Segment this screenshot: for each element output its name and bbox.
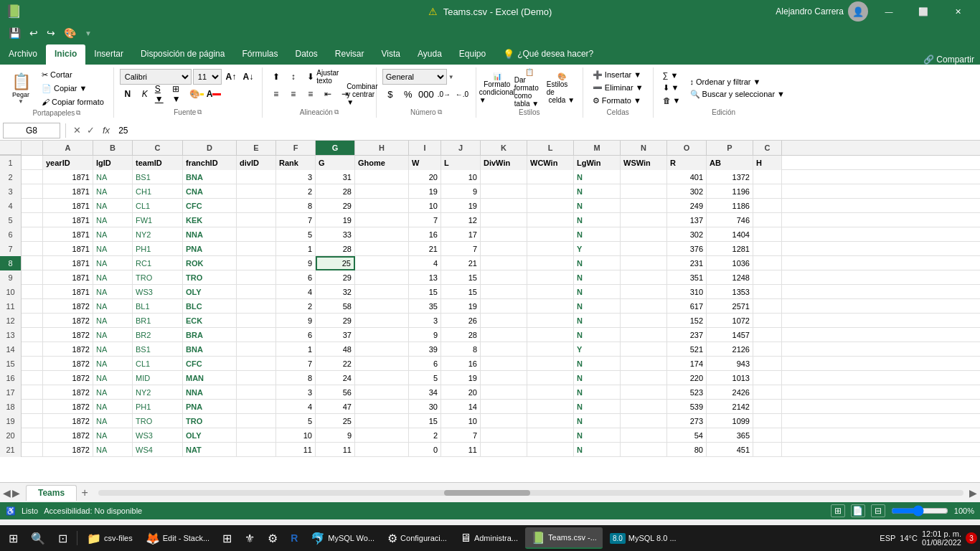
tab-inicio[interactable]: Inicio	[46, 44, 85, 65]
cell-6-col12[interactable]: N	[574, 227, 621, 242]
cell-20-col4[interactable]	[237, 428, 276, 443]
numero-expand[interactable]: ⧉	[438, 108, 442, 116]
cell-17-col10[interactable]	[481, 385, 527, 400]
cell-14-col16[interactable]	[753, 342, 782, 357]
cell-1-F[interactable]: Rank	[276, 156, 316, 170]
clear-button[interactable]: 🗑 ▼	[659, 95, 684, 106]
cell-17-col14[interactable]: 523	[667, 385, 707, 400]
cell-3-col9[interactable]: 9	[441, 184, 481, 199]
window-controls[interactable]: — ⬜ ✕	[872, 0, 974, 23]
cell-18-col12[interactable]: N	[574, 400, 621, 414]
cell-10-col7[interactable]	[355, 285, 409, 299]
cell-19-col9[interactable]: 10	[441, 414, 481, 428]
cancel-formula-icon[interactable]: ✕	[71, 123, 83, 137]
cell-11-col2[interactable]: BL1	[133, 299, 183, 314]
cell-9-col13[interactable]	[621, 270, 667, 285]
cell-1-G[interactable]: G	[316, 156, 355, 170]
col-header-C[interactable]: C	[133, 141, 183, 155]
cell-3-col8[interactable]: 19	[409, 184, 441, 199]
cell-16-col15[interactable]: 1013	[707, 371, 753, 385]
cell-10-col3[interactable]: OLY	[183, 285, 237, 299]
cell-4-col1[interactable]: NA	[93, 199, 133, 213]
cell-12-col11[interactable]	[527, 314, 574, 328]
cell-20-col13[interactable]	[621, 428, 667, 443]
cell-7-col7[interactable]	[355, 242, 409, 256]
search-button[interactable]: 🔍	[25, 527, 51, 549]
zoom-slider[interactable]	[891, 505, 948, 517]
cell-20-col6[interactable]: 9	[316, 428, 355, 443]
cell-7-col16[interactable]	[753, 242, 782, 256]
col-header-G[interactable]: G	[316, 141, 355, 155]
col-header-N[interactable]: N	[621, 141, 667, 155]
comma-button[interactable]: 000	[418, 86, 434, 102]
cell-10-col6[interactable]: 32	[316, 285, 355, 299]
cell-15-col6[interactable]: 22	[316, 357, 355, 371]
tab-revisar[interactable]: Revisar	[326, 44, 373, 65]
cell-3-col5[interactable]: 2	[276, 184, 316, 199]
cell-7-col3[interactable]: PNA	[183, 242, 237, 256]
cell-4-col0[interactable]: 1871	[43, 199, 93, 213]
cell-12-col12[interactable]: N	[574, 314, 621, 328]
sort-filter-button[interactable]: ↕ Ordenar y filtrar ▼	[687, 76, 789, 88]
cell-8-col3[interactable]: ROK	[183, 256, 237, 270]
cell-3-col1[interactable]: NA	[93, 184, 133, 199]
cell-11-col4[interactable]	[237, 299, 276, 314]
cell-8-col8[interactable]: 4	[409, 256, 441, 270]
cell-13-col1[interactable]: NA	[93, 328, 133, 342]
cut-button[interactable]: ✂ Cortar	[38, 69, 108, 81]
cell-6-col14[interactable]: 302	[667, 227, 707, 242]
cell-19-col8[interactable]: 15	[409, 414, 441, 428]
cell-8-col10[interactable]	[481, 256, 527, 270]
cell-2-col16[interactable]	[753, 170, 782, 184]
cell-21-col5[interactable]: 11	[276, 443, 316, 457]
cell-styles-button[interactable]: 🎨Estilos decelda ▼	[547, 70, 577, 107]
find-select-button[interactable]: 🔍 Buscar y seleccionar ▼	[687, 88, 789, 100]
name-box[interactable]	[3, 123, 60, 138]
cell-9-col0[interactable]: 1871	[43, 270, 93, 285]
cell-3-col14[interactable]: 302	[667, 184, 707, 199]
tab-disposicion[interactable]: Disposición de página	[132, 44, 233, 65]
cell-18-col6[interactable]: 47	[316, 400, 355, 414]
cell-14-col9[interactable]: 8	[441, 342, 481, 357]
col-header-Q[interactable]: C	[753, 141, 782, 155]
cell-11-col6[interactable]: 58	[316, 299, 355, 314]
cell-10-col11[interactable]	[527, 285, 574, 299]
col-header-F[interactable]: F	[276, 141, 316, 155]
cell-7-col10[interactable]	[481, 242, 527, 256]
paste-button[interactable]: 📋 Pegar ▼	[6, 70, 36, 107]
cell-4-col9[interactable]: 19	[441, 199, 481, 213]
cell-15-col0[interactable]: 1872	[43, 357, 93, 371]
cell-7-col1[interactable]: NA	[93, 242, 133, 256]
cell-21-col3[interactable]: NAT	[183, 443, 237, 457]
taskview-button[interactable]: ⊡	[52, 527, 73, 549]
taskbar-admin[interactable]: 🖥 Administra...	[454, 527, 524, 549]
cell-13-col8[interactable]: 9	[409, 328, 441, 342]
cell-13-col14[interactable]: 237	[667, 328, 707, 342]
cell-20-col9[interactable]: 7	[441, 428, 481, 443]
cell-6-col4[interactable]	[237, 227, 276, 242]
tab-que-desea[interactable]: 💡¿Qué desea hacer?	[494, 44, 602, 65]
cell-2-col8[interactable]: 20	[409, 170, 441, 184]
cell-1-C[interactable]: teamID	[133, 156, 183, 170]
cell-7-col11[interactable]	[527, 242, 574, 256]
cell-8-col9[interactable]: 21	[441, 256, 481, 270]
cell-19-col10[interactable]	[481, 414, 527, 428]
cell-9-col2[interactable]: TRO	[133, 270, 183, 285]
cell-8-col14[interactable]: 231	[667, 256, 707, 270]
cell-12-col5[interactable]: 9	[276, 314, 316, 328]
cell-11-col8[interactable]: 35	[409, 299, 441, 314]
cell-17-col6[interactable]: 56	[316, 385, 355, 400]
cell-12-col1[interactable]: NA	[93, 314, 133, 328]
portapapeles-expand[interactable]: ⧉	[76, 109, 80, 117]
cell-15-col11[interactable]	[527, 357, 574, 371]
add-sheet-button[interactable]: +	[77, 485, 93, 501]
cell-19-col12[interactable]: N	[574, 414, 621, 428]
cell-11-col7[interactable]	[355, 299, 409, 314]
cell-14-col10[interactable]	[481, 342, 527, 357]
cell-21-col0[interactable]: 1872	[43, 443, 93, 457]
cell-4-col5[interactable]: 8	[276, 199, 316, 213]
start-button[interactable]: ⊞	[3, 527, 24, 549]
cell-5-col11[interactable]	[527, 213, 574, 227]
align-middle-button[interactable]: ↕	[286, 69, 301, 85]
cell-13-col16[interactable]	[753, 328, 782, 342]
